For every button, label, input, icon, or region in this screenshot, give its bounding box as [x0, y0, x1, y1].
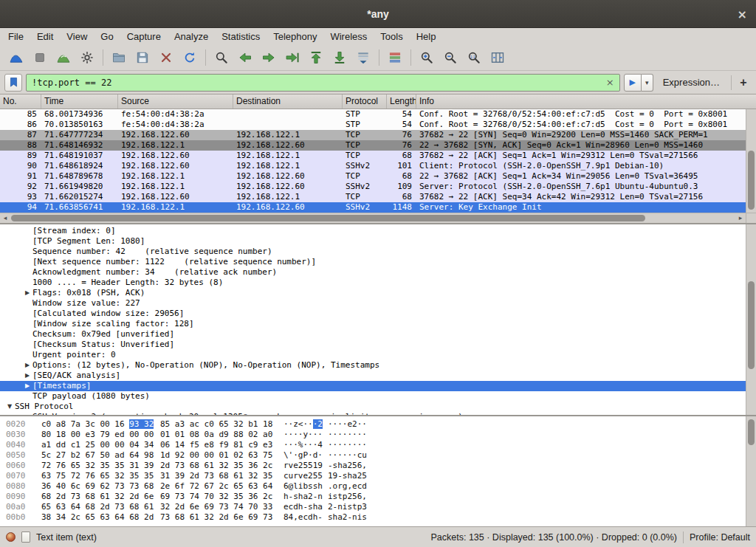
menu-wireless[interactable]: Wireless	[323, 30, 374, 44]
detail-line[interactable]: [Window size scaling factor: 128]	[0, 319, 746, 329]
packet-row[interactable]: 8871.648146932192.168.122.1192.168.122.6…	[0, 140, 746, 151]
packet-row[interactable]: 8971.648191037192.168.122.60192.168.122.…	[0, 151, 746, 161]
zoom-reset-icon[interactable]: 1:1	[464, 47, 484, 68]
capture-options-icon[interactable]	[77, 47, 97, 68]
go-forward-icon[interactable]	[258, 47, 279, 68]
detail-line[interactable]: 1000 .... = Header Length: 32 bytes (8)	[0, 278, 746, 288]
hex-row[interactable]: 007063 75 72 76 65 32 35 3531 39 2d 73 6…	[0, 471, 746, 481]
vscroll-thumb[interactable]	[748, 419, 755, 444]
detail-line[interactable]: ▶Options: (12 bytes), No-Operation (NOP)…	[0, 360, 746, 371]
scroll-left-icon[interactable]: ◂	[0, 213, 10, 223]
close-button[interactable]: ×	[738, 7, 747, 21]
packet-row[interactable]: 9371.662015274192.168.122.60192.168.122.…	[0, 192, 746, 202]
detail-line[interactable]: [Next sequence number: 1122 (relative se…	[0, 257, 746, 267]
detail-line[interactable]: ▶Flags: 0x018 (PSH, ACK)	[0, 288, 746, 298]
go-last-packet-icon[interactable]	[329, 47, 350, 68]
hex-vscrollbar[interactable]	[746, 416, 756, 526]
restart-capture-icon[interactable]	[53, 47, 74, 68]
packet-row[interactable]: 9271.661949820192.168.122.1192.168.122.6…	[0, 182, 746, 192]
collapsed-expander-icon[interactable]: ▶	[22, 381, 32, 391]
add-filter-button[interactable]: +	[735, 75, 752, 91]
collapsed-expander-icon[interactable]: ▶	[22, 288, 32, 298]
reload-file-icon[interactable]	[179, 47, 200, 68]
detail-line[interactable]: [Calculated window size: 29056]	[0, 309, 746, 319]
filter-dropdown-icon[interactable]: ▾	[642, 74, 653, 92]
save-file-icon[interactable]	[132, 47, 153, 68]
detail-line[interactable]: TCP payload (1080 bytes)	[0, 391, 746, 402]
vscroll-thumb[interactable]	[748, 151, 755, 210]
hex-row[interactable]: 00a065 63 64 68 2d 73 68 6132 2d 6e 69 7…	[0, 502, 746, 512]
collapsed-expander-icon[interactable]: ▶	[22, 371, 32, 381]
open-file-icon[interactable]	[109, 47, 129, 68]
column-header-time[interactable]: Time	[41, 94, 118, 109]
profile-status[interactable]: Profile: Default	[690, 532, 750, 543]
menu-edit[interactable]: Edit	[30, 30, 60, 44]
detail-line[interactable]: [TCP Segment Len: 1080]	[0, 236, 746, 247]
column-header-length[interactable]: Length	[387, 94, 416, 109]
packet-row[interactable]: 9471.663856741192.168.122.1192.168.122.6…	[0, 202, 746, 213]
filter-apply-button[interactable]: ▶	[624, 74, 642, 92]
packet-row[interactable]: 9071.648618924192.168.122.60192.168.122.…	[0, 161, 746, 171]
packet-row[interactable]: 8670.013850163fe:54:00:d4:38:2aSTP54Conf…	[0, 120, 746, 130]
scroll-right-icon[interactable]: ▸	[735, 213, 746, 223]
detail-line[interactable]: ▼SSH Protocol	[0, 402, 746, 412]
expanded-expander-icon[interactable]: ▼	[4, 402, 15, 412]
column-header-protocol[interactable]: Protocol	[343, 94, 387, 109]
go-to-packet-icon[interactable]	[282, 47, 303, 68]
column-header-source[interactable]: Source	[118, 94, 233, 109]
packet-row[interactable]: 9171.648789678192.168.122.1192.168.122.6…	[0, 171, 746, 182]
stop-capture-icon[interactable]	[30, 47, 50, 68]
zoom-out-icon[interactable]	[440, 47, 461, 68]
go-back-icon[interactable]	[235, 47, 255, 68]
collapsed-expander-icon[interactable]: ▶	[22, 360, 32, 371]
detail-line[interactable]: [Checksum Status: Unverified]	[0, 340, 746, 350]
zoom-in-icon[interactable]	[416, 47, 437, 68]
hex-row[interactable]: 009068 2d 73 68 61 32 2d 6e69 73 74 70 3…	[0, 492, 746, 502]
packet-list-hscrollbar[interactable]: ◂ ▸	[0, 213, 746, 223]
hex-row[interactable]: 00b038 34 2c 65 63 64 68 2d73 68 61 32 2…	[0, 512, 746, 523]
filter-bookmark-icon[interactable]	[4, 74, 22, 92]
details-vscrollbar[interactable]	[746, 224, 756, 415]
menu-help[interactable]: Help	[410, 30, 443, 44]
hex-row[interactable]: 0020c0 a8 7a 3c 00 16 93 3285 a3 ac c0 6…	[0, 419, 746, 430]
auto-scroll-icon[interactable]	[353, 47, 374, 68]
start-capture-icon[interactable]	[6, 47, 27, 68]
hex-row[interactable]: 006072 76 65 32 35 35 31 392d 73 68 61 3…	[0, 461, 746, 471]
vscroll-thumb[interactable]	[748, 281, 755, 369]
detail-line[interactable]: ▶[Timestamps]	[0, 381, 746, 391]
detail-line[interactable]: Urgent pointer: 0	[0, 350, 746, 360]
filter-clear-icon[interactable]: ×	[606, 77, 614, 88]
filter-input[interactable]: !tcp.port == 22 ×	[26, 74, 620, 92]
titlebar[interactable]: *any ×	[0, 0, 756, 28]
detail-line[interactable]: [Stream index: 0]	[0, 226, 746, 236]
menu-tools[interactable]: Tools	[374, 30, 409, 44]
find-packet-icon[interactable]	[211, 47, 232, 68]
expression-button[interactable]: Expression…	[663, 77, 720, 88]
menu-view[interactable]: View	[60, 30, 94, 44]
detail-line[interactable]: Acknowledgment number: 34 (relative ack …	[0, 267, 746, 278]
hex-row[interactable]: 0040a1 dd c1 25 00 00 04 3406 14 f5 e8 f…	[0, 440, 746, 450]
detail-line[interactable]: Sequence number: 42 (relative sequence n…	[0, 247, 746, 257]
hex-row[interactable]: 008036 40 6c 69 62 73 73 682e 6f 72 67 2…	[0, 481, 746, 492]
menu-telephony[interactable]: Telephony	[267, 30, 323, 44]
column-header-no[interactable]: No.	[0, 94, 41, 109]
packet-row[interactable]: 8568.001734936fe:54:00:d4:38:2aSTP54Conf…	[0, 109, 746, 120]
close-file-icon[interactable]	[156, 47, 176, 68]
colorize-icon[interactable]	[385, 47, 405, 68]
go-first-packet-icon[interactable]	[306, 47, 326, 68]
hex-row[interactable]: 003080 18 00 e3 79 ed 00 0001 01 08 0a d…	[0, 430, 746, 440]
detail-line[interactable]: Checksum: 0x79ed [unverified]	[0, 329, 746, 340]
column-header-destination[interactable]: Destination	[233, 94, 343, 109]
resize-columns-icon[interactable]	[487, 47, 508, 68]
hex-row[interactable]: 00505c 27 b2 67 50 ad 64 981d 92 00 00 0…	[0, 450, 746, 461]
hscroll-thumb[interactable]	[11, 215, 645, 221]
detail-line[interactable]: Window size value: 227	[0, 298, 746, 309]
detail-line[interactable]: ▶[SEQ/ACK analysis]	[0, 371, 746, 381]
menu-go[interactable]: Go	[94, 30, 120, 44]
expert-info-icon[interactable]	[6, 532, 16, 542]
capture-comment-icon[interactable]	[21, 531, 30, 543]
menu-statistics[interactable]: Statistics	[215, 30, 267, 44]
menu-capture[interactable]: Capture	[120, 30, 168, 44]
packet-list-vscrollbar[interactable]	[746, 109, 756, 213]
menu-analyze[interactable]: Analyze	[168, 30, 215, 44]
